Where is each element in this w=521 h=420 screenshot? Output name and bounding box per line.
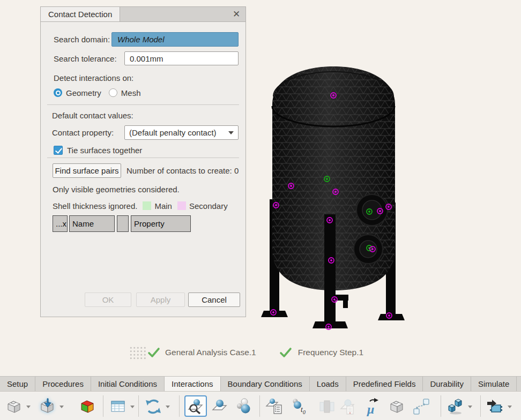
part-icon[interactable] <box>4 396 31 417</box>
tie-surfaces-label: Tie surfaces together <box>67 146 142 155</box>
toolbar-separator <box>138 395 139 417</box>
export-dropdown-arrow[interactable] <box>508 406 512 408</box>
geometry-radio[interactable] <box>54 88 62 97</box>
tab-interactions[interactable]: Interactions <box>165 377 221 391</box>
shell-thickness-note: Shell thickness ignored. <box>53 201 137 211</box>
cubes-icon[interactable] <box>446 396 472 417</box>
search-tolerance-input[interactable] <box>124 51 239 65</box>
apply-button[interactable]: Apply <box>136 292 185 307</box>
import-part-dropdown-arrow[interactable] <box>59 406 64 408</box>
search-domain-field[interactable]: Whole Model <box>111 32 239 47</box>
check-icon <box>147 347 161 358</box>
divider <box>47 158 239 158</box>
export-icon[interactable] <box>486 396 512 417</box>
dialog-tab[interactable]: Contact Detection <box>41 7 120 21</box>
search-domain-label: Search domain: <box>54 35 110 44</box>
toolbar-separator <box>179 395 180 417</box>
contact-icon[interactable] <box>210 396 229 417</box>
contact-list-icon[interactable] <box>265 396 284 417</box>
frequency-step-label[interactable]: Frequency Step.1 <box>298 348 363 357</box>
import-part-icon[interactable] <box>38 396 64 417</box>
contacts-count-text: Number of contacts to create: 0 <box>126 166 239 175</box>
tab-initial-conditions[interactable]: Initial Conditions <box>91 377 165 391</box>
table-header-select[interactable]: ...x <box>53 215 68 232</box>
analysis-case-label[interactable]: General Analysis Case.1 <box>165 348 256 357</box>
close-icon[interactable]: ✕ <box>227 7 245 21</box>
toolbar-separator <box>480 395 481 417</box>
analysis-status-row: General Analysis Case.1 Frequency Step.1 <box>129 343 363 362</box>
interference-icon <box>317 396 337 417</box>
part-dropdown-arrow[interactable] <box>26 406 31 408</box>
default-contact-values-label: Default contact values: <box>52 111 133 120</box>
toolbar: t0μ <box>0 392 521 420</box>
model-viewport[interactable] <box>252 59 413 338</box>
tank-model <box>261 66 405 329</box>
tab-predefined-fields[interactable]: Predefined Fields <box>346 377 423 391</box>
check-icon <box>279 347 293 358</box>
contact-detection-dialog: Contact Detection ✕ Search domain: Whole… <box>40 6 246 317</box>
table-header-name[interactable]: Name <box>69 215 115 232</box>
dialog-title: Contact Detection <box>48 10 112 19</box>
cubes-dropdown-arrow[interactable] <box>468 406 472 408</box>
divider <box>47 104 239 105</box>
tab-simulate[interactable]: Simulate <box>471 377 517 391</box>
tab-procedures[interactable]: Procedures <box>35 377 91 391</box>
initial-contact-icon[interactable]: t0 <box>288 396 308 417</box>
update-icon[interactable] <box>144 396 170 417</box>
toolbar-separator <box>441 395 441 417</box>
dot-grid-icon <box>129 346 146 360</box>
friction-icon[interactable]: μ <box>363 396 383 417</box>
ok-button[interactable]: OK <box>85 292 131 307</box>
tab-setup[interactable]: Setup <box>0 377 35 391</box>
find-surface-pairs-button[interactable]: Find surface pairs <box>53 163 121 178</box>
tie-surfaces-checkbox[interactable] <box>54 146 63 155</box>
model-table-icon[interactable] <box>108 396 135 417</box>
search-tolerance-label: Search tolerance: <box>54 54 117 63</box>
ribbon-tabs: SetupProceduresInitial ConditionsInterac… <box>0 376 521 392</box>
tab-display[interactable]: Display <box>517 377 521 391</box>
interactions-icon[interactable] <box>234 396 254 417</box>
update-dropdown-arrow[interactable] <box>166 406 170 408</box>
contact-report-icon <box>339 396 358 417</box>
chevron-down-icon <box>228 131 234 134</box>
contact-property-select[interactable]: (Default penalty contact) <box>124 125 239 140</box>
mesh-radio[interactable] <box>109 88 117 97</box>
svg-text:μ: μ <box>366 402 374 416</box>
contact-property-label: Contact property: <box>52 128 114 137</box>
svg-text:0: 0 <box>303 409 306 415</box>
visible-geometries-note: Only visible geometries considered. <box>53 185 180 194</box>
secondary-legend-label: Secondary <box>189 201 228 211</box>
tab-boundary-conditions[interactable]: Boundary Conditions <box>221 377 310 391</box>
table-header-blank[interactable] <box>117 215 129 232</box>
dialog-titlebar[interactable]: Contact Detection ✕ <box>40 6 246 22</box>
contact-property-value: (Default penalty contact) <box>129 128 217 137</box>
cancel-button[interactable]: Cancel <box>188 292 240 307</box>
mesh-radio-label: Mesh <box>121 88 141 98</box>
contact-detection-icon[interactable] <box>184 395 207 417</box>
tab-durability[interactable]: Durability <box>423 377 471 391</box>
toolbar-separator <box>103 395 103 417</box>
tab-loads[interactable]: Loads <box>310 377 346 391</box>
detect-interactions-label: Detect interactions on: <box>54 73 133 82</box>
table-header-property[interactable]: Property <box>131 215 191 232</box>
main-legend-label: Main <box>154 201 172 211</box>
connector-icon[interactable] <box>412 396 431 417</box>
rigid-body-icon[interactable] <box>387 396 406 417</box>
toolbar-separator <box>259 395 260 417</box>
secondary-swatch <box>177 201 186 210</box>
mesh-part-icon[interactable] <box>78 396 97 417</box>
model-table-dropdown-arrow[interactable] <box>130 406 135 408</box>
main-swatch <box>143 201 151 210</box>
geometry-radio-label: Geometry <box>66 88 101 98</box>
